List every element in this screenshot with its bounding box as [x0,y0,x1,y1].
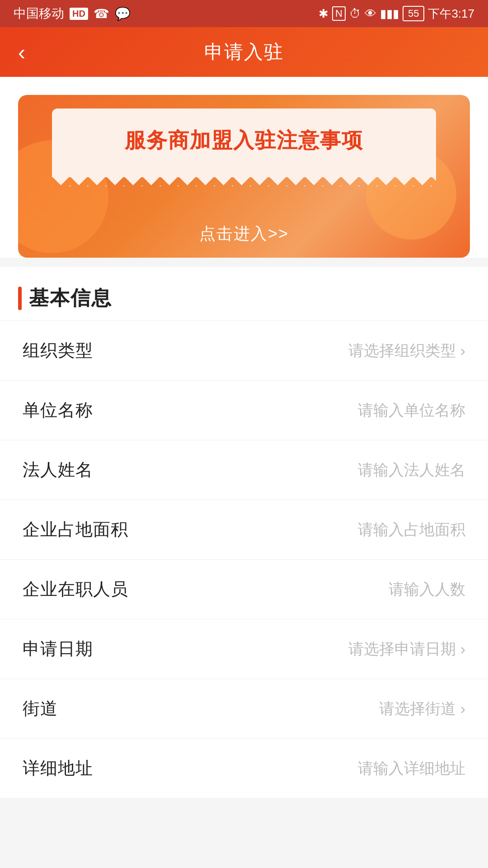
carrier-label: 中国移动 [14,5,64,22]
field-org-type[interactable]: 组织类型 请选择组织类型 › [0,321,488,380]
field-staff-count[interactable]: 企业在职人员 请输入人数 [0,559,488,619]
eye-icon: 👁 [365,7,376,21]
app-header: ‹ 申请入驻 [0,27,488,77]
field-value-staff-count: 请输入人数 [389,579,465,600]
status-bar: 中国移动 HD ☎ 💬 ✱ N ⏱ 👁 ▮▮▮ 55 下午3:17 [0,0,488,27]
basic-info-section: 基本信息 组织类型 请选择组织类型 › 单位名称 请输入单位名称 法人姓名 请输… [0,267,488,798]
back-button[interactable]: ‹ [14,35,30,69]
field-value-org-type: 请选择组织类型 › [348,340,465,361]
field-placeholder-staff-count: 请输入人数 [389,579,465,600]
field-label-area: 企业占地面积 [23,518,128,541]
page-title: 申请入驻 [204,39,284,65]
field-placeholder-street: 请选择街道 [379,698,456,719]
bluetooth-icon: ✱ [319,7,328,21]
field-placeholder-apply-date: 请选择申请日期 [348,639,456,660]
field-label-address: 详细地址 [23,757,93,780]
banner-card: 服务商加盟入驻注意事项 [52,108,436,177]
field-placeholder-org-type: 请选择组织类型 [348,340,456,361]
banner-title: 服务商加盟入驻注意事项 [66,127,422,155]
field-street[interactable]: 街道 请选择街道 › [0,679,488,738]
field-placeholder-area: 请输入占地面积 [358,519,465,540]
field-value-address: 请输入详细地址 [358,758,465,779]
chevron-right-icon-street: › [460,700,465,717]
status-right: ✱ N ⏱ 👁 ▮▮▮ 55 下午3:17 [319,6,474,22]
signal-bars-icon: ▮▮▮ [380,7,399,21]
banner-container: 服务商加盟入驻注意事项 点击进入>> [0,77,488,258]
field-value-street: 请选择街道 › [379,698,465,719]
field-value-unit-name: 请输入单位名称 [358,400,465,421]
field-value-area: 请输入占地面积 [358,519,465,540]
section-title: 基本信息 [29,285,112,311]
banner-cta[interactable]: 点击进入>> [199,223,289,245]
field-label-legal-name: 法人姓名 [23,458,93,481]
field-apply-date[interactable]: 申请日期 请选择申请日期 › [0,619,488,679]
field-unit-name[interactable]: 单位名称 请输入单位名称 [0,380,488,440]
field-legal-name[interactable]: 法人姓名 请输入法人姓名 [0,440,488,500]
chevron-right-icon: › [460,342,465,359]
chevron-right-icon-date: › [460,640,465,658]
field-value-legal-name: 请输入法人姓名 [358,460,465,481]
signal-icon: ☎ [94,6,109,21]
field-label-unit-name: 单位名称 [23,399,93,422]
nfc-icon: N [332,6,346,21]
field-label-org-type: 组织类型 [23,339,93,362]
field-area[interactable]: 企业占地面积 请输入占地面积 [0,500,488,559]
chat-icon: 💬 [115,6,131,21]
section-indicator [18,287,22,310]
field-label-street: 街道 [23,697,58,720]
field-label-staff-count: 企业在职人员 [23,578,128,601]
field-value-apply-date: 请选择申请日期 › [348,639,465,660]
notice-banner[interactable]: 服务商加盟入驻注意事项 点击进入>> [18,95,470,258]
time-label: 下午3:17 [428,6,474,22]
field-placeholder-unit-name: 请输入单位名称 [358,400,465,421]
field-placeholder-address: 请输入详细地址 [358,758,465,779]
alarm-icon: ⏱ [349,7,361,21]
field-address[interactable]: 详细地址 请输入详细地址 [0,738,488,798]
status-left: 中国移动 HD ☎ 💬 [14,5,131,22]
hd-badge: HD [70,8,88,20]
field-label-apply-date: 申请日期 [23,637,93,660]
section-header: 基本信息 [0,267,488,321]
field-placeholder-legal-name: 请输入法人姓名 [358,460,465,481]
battery-icon: 55 [403,6,424,21]
